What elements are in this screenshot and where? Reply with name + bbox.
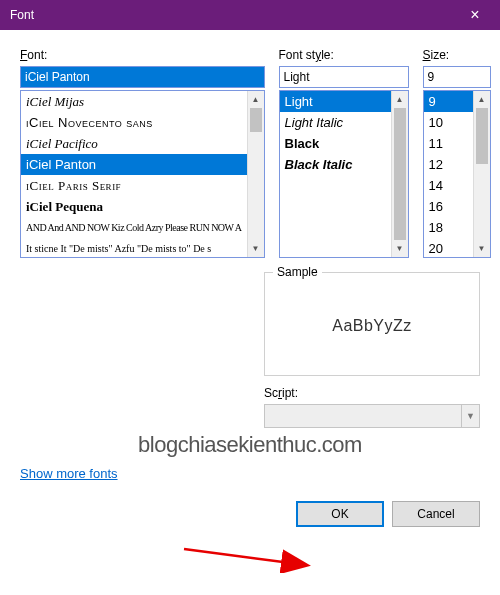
cancel-button[interactable]: Cancel (392, 501, 480, 527)
show-more-fonts-link[interactable]: Show more fonts (20, 466, 118, 481)
list-item[interactable]: 18 (424, 217, 473, 238)
arrow-annotation (182, 545, 322, 573)
list-item[interactable]: Light (280, 91, 391, 112)
list-item[interactable]: It sticne It "De mists" Azfu "De mists t… (21, 238, 247, 257)
list-item[interactable]: AND And AND NOW Kiz Cold Azry Please RUN… (21, 217, 247, 238)
list-item[interactable]: iCiel Pequena (21, 196, 247, 217)
font-listbox[interactable]: iCiel Mijas iCiel Novecento sans iCiel P… (20, 90, 265, 258)
chevron-down-icon[interactable]: ▼ (248, 240, 264, 257)
titlebar: Font × (0, 0, 500, 30)
chevron-up-icon[interactable]: ▲ (392, 91, 408, 108)
list-item[interactable]: iCiel Panton (21, 154, 247, 175)
list-item[interactable]: 16 (424, 196, 473, 217)
chevron-down-icon[interactable]: ▼ (392, 240, 408, 257)
sample-group: Sample AaBbYyZz (264, 272, 480, 376)
list-item[interactable]: iCiel Paris Serif (21, 175, 247, 196)
script-value (265, 405, 461, 427)
list-item[interactable]: 12 (424, 154, 473, 175)
style-listbox[interactable]: Light Light Italic Black Black Italic ▲ … (279, 90, 409, 258)
list-item[interactable]: iCiel Novecento sans (21, 112, 247, 133)
script-select[interactable]: ▼ (264, 404, 480, 428)
list-item[interactable]: Light Italic (280, 112, 391, 133)
list-item[interactable]: iCiel Pacifico (21, 133, 247, 154)
scrollbar[interactable]: ▲ ▼ (247, 91, 264, 257)
size-listbox[interactable]: 9 10 11 12 14 16 18 20 ▲ ▼ (423, 90, 491, 258)
list-item[interactable]: 14 (424, 175, 473, 196)
list-item[interactable]: 10 (424, 112, 473, 133)
script-label: Script: (264, 386, 480, 400)
size-input[interactable] (423, 66, 491, 88)
chevron-down-icon[interactable]: ▼ (461, 405, 479, 427)
window-title: Font (10, 8, 34, 22)
svg-line-1 (184, 549, 306, 565)
sample-label: Sample (273, 265, 322, 279)
sample-text: AaBbYyZz (275, 287, 469, 365)
scrollbar[interactable]: ▲ ▼ (473, 91, 490, 257)
list-item[interactable]: iCiel Mijas (21, 91, 247, 112)
scrollbar[interactable]: ▲ ▼ (391, 91, 408, 257)
style-input[interactable] (279, 66, 409, 88)
ok-button[interactable]: OK (296, 501, 384, 527)
list-item[interactable]: 9 (424, 91, 473, 112)
style-label: Font style: (279, 48, 409, 62)
chevron-up-icon[interactable]: ▲ (248, 91, 264, 108)
chevron-down-icon[interactable]: ▼ (474, 240, 490, 257)
size-label: Size: (423, 48, 491, 62)
list-item[interactable]: Black Italic (280, 154, 391, 175)
font-label: Font: (20, 48, 265, 62)
font-input[interactable] (20, 66, 265, 88)
close-icon[interactable]: × (460, 6, 490, 24)
list-item[interactable]: 11 (424, 133, 473, 154)
list-item[interactable]: 20 (424, 238, 473, 257)
list-item[interactable]: Black (280, 133, 391, 154)
chevron-up-icon[interactable]: ▲ (474, 91, 490, 108)
